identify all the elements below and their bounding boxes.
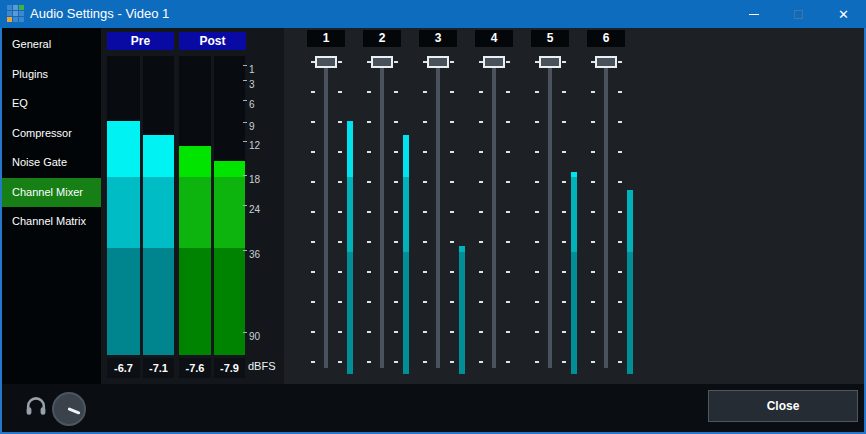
channel-header-1: 1 — [307, 30, 345, 47]
fader-tick — [338, 121, 342, 123]
fader-track[interactable] — [436, 57, 440, 368]
fader-tick — [618, 121, 622, 123]
fader-tick — [562, 271, 566, 273]
scale-tick-label: 12 — [249, 140, 260, 152]
scale-tick-mark — [243, 122, 247, 123]
fader-tick — [338, 361, 342, 363]
fader-tick — [618, 361, 622, 363]
fader-tick — [450, 331, 454, 333]
channel-meter-segment — [403, 135, 409, 177]
fader-tick — [506, 61, 510, 63]
fader-tick — [506, 241, 510, 243]
channel-meter-segment — [627, 190, 633, 252]
fader-handle[interactable] — [595, 56, 617, 68]
scale-tick-mark — [243, 100, 247, 101]
meter-bar-segment — [214, 177, 245, 248]
fader-tick — [506, 181, 510, 183]
meter-bar-segment — [143, 177, 174, 248]
close-button[interactable]: Close — [708, 390, 858, 422]
fader-tick — [367, 211, 371, 213]
scale-tick-label: 24 — [249, 204, 260, 216]
fader-tick — [311, 151, 315, 153]
fader-track[interactable] — [604, 57, 608, 368]
fader-tick — [562, 361, 566, 363]
knob-pointer-icon — [67, 407, 80, 415]
fader-tick — [506, 121, 510, 123]
fader-tick — [423, 151, 427, 153]
fader-tick — [479, 271, 483, 273]
fader-track[interactable] — [380, 57, 384, 368]
fader-tick — [450, 271, 454, 273]
fader-tick — [618, 211, 622, 213]
fader-tick — [338, 181, 342, 183]
meter-bar-segment — [214, 248, 245, 355]
fader-tick — [535, 91, 539, 93]
fader-tick — [394, 121, 398, 123]
fader-tick — [450, 211, 454, 213]
fader-handle[interactable] — [483, 56, 505, 68]
fader-tick — [338, 61, 342, 63]
monitor-volume-knob[interactable] — [52, 392, 86, 426]
sidebar-item-noise-gate[interactable]: Noise Gate — [2, 148, 101, 178]
fader-handle[interactable] — [539, 56, 561, 68]
fader-handle[interactable] — [427, 56, 449, 68]
fader-track[interactable] — [324, 57, 328, 368]
fader-tick — [591, 151, 595, 153]
fader-tick — [367, 151, 371, 153]
fader-tick — [506, 301, 510, 303]
sidebar-item-eq[interactable]: EQ — [2, 89, 101, 119]
channel-meter-segment — [347, 121, 353, 177]
sidebar-item-channel-mixer[interactable]: Channel Mixer — [2, 178, 101, 208]
channel-header-5: 5 — [531, 30, 569, 47]
fader-tick — [535, 181, 539, 183]
fader-tick — [479, 211, 483, 213]
fader-tick — [311, 301, 315, 303]
generated-layer: GeneralPluginsEQCompressorNoise GateChan… — [0, 0, 866, 434]
scale-tick-mark — [243, 175, 247, 176]
fader-tick — [394, 211, 398, 213]
fader-tick — [591, 241, 595, 243]
fader-tick — [506, 151, 510, 153]
fader-tick — [423, 181, 427, 183]
fader-tick — [311, 91, 315, 93]
meter-bar-segment — [179, 248, 211, 355]
channel-meter-segment — [627, 252, 633, 374]
scale-tick-label: 90 — [249, 331, 260, 343]
meter-bar-segment — [107, 248, 140, 355]
fader-track[interactable] — [492, 57, 496, 368]
fader-tick — [479, 91, 483, 93]
sidebar-item-plugins[interactable]: Plugins — [2, 60, 101, 90]
channel-header-2: 2 — [363, 30, 401, 47]
fader-tick — [618, 61, 622, 63]
fader-tick — [562, 301, 566, 303]
fader-tick — [394, 151, 398, 153]
fader-tick — [479, 181, 483, 183]
scale-tick-label: 18 — [249, 174, 260, 186]
fader-tick — [562, 91, 566, 93]
fader-tick — [394, 181, 398, 183]
meter-bar-segment — [143, 135, 174, 177]
fader-tick — [423, 211, 427, 213]
fader-tick — [618, 151, 622, 153]
fader-tick — [394, 241, 398, 243]
audio-settings-window: Audio Settings - Video 1 ✕ Pre Post dBFS… — [0, 0, 866, 434]
sidebar-item-general[interactable]: General — [2, 30, 101, 60]
fader-tick — [367, 181, 371, 183]
fader-handle[interactable] — [315, 56, 337, 68]
sidebar-item-channel-matrix[interactable]: Channel Matrix — [2, 207, 101, 237]
meter-bar-segment — [214, 161, 245, 177]
fader-tick — [311, 271, 315, 273]
fader-tick — [394, 361, 398, 363]
fader-handle[interactable] — [371, 56, 393, 68]
fader-track[interactable] — [548, 57, 552, 368]
headphones-icon[interactable] — [26, 397, 46, 416]
fader-tick — [562, 151, 566, 153]
fader-tick — [450, 91, 454, 93]
fader-tick — [450, 241, 454, 243]
channel-meter-segment — [403, 177, 409, 252]
fader-tick — [450, 61, 454, 63]
channel-meter-segment — [459, 252, 465, 374]
fader-tick — [562, 241, 566, 243]
sidebar-item-compressor[interactable]: Compressor — [2, 119, 101, 149]
fader-tick — [479, 361, 483, 363]
